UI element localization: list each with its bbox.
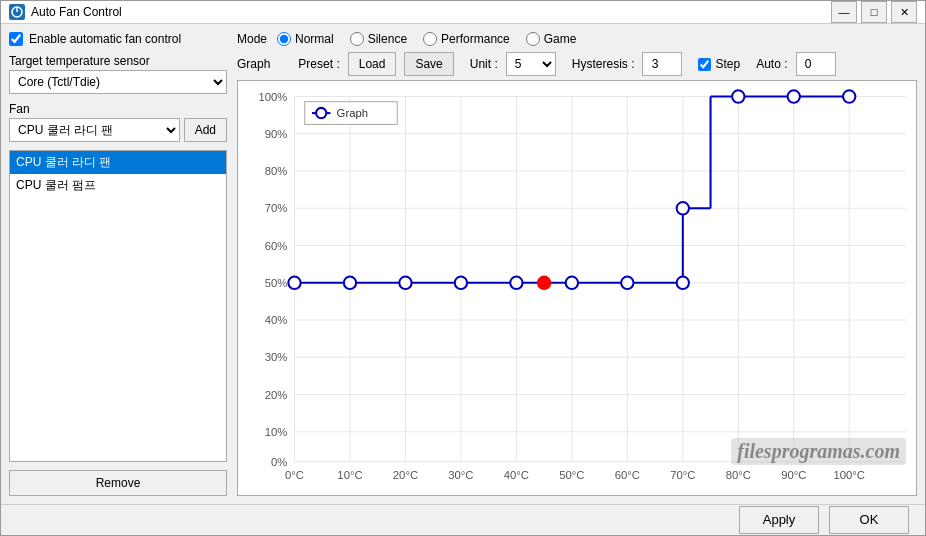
fan-label: Fan [9, 102, 227, 116]
svg-text:0%: 0% [271, 456, 287, 468]
svg-text:70°C: 70°C [670, 469, 695, 481]
enable-fan-row: Enable automatic fan control [9, 32, 227, 46]
mode-label: Mode [237, 32, 267, 46]
svg-text:50%: 50% [265, 277, 288, 289]
fan-list-item[interactable]: CPU 쿨러 펌프 [10, 174, 226, 197]
svg-text:20°C: 20°C [393, 469, 418, 481]
svg-point-57 [621, 277, 633, 289]
fan-section: Fan CPU 쿨러 라디 팬 Add [9, 102, 227, 142]
fan-list-item[interactable]: CPU 쿨러 라디 팬 [10, 151, 226, 174]
mode-section: Mode Normal Silence Performance [237, 32, 917, 46]
mode-silence-label: Silence [368, 32, 407, 46]
svg-text:90°C: 90°C [781, 469, 806, 481]
svg-text:20%: 20% [265, 389, 288, 401]
svg-text:100%: 100% [258, 91, 287, 103]
unit-select[interactable]: 5 10 [506, 52, 556, 76]
apply-button[interactable]: Apply [739, 506, 819, 534]
step-checkbox-label[interactable]: Step [698, 57, 740, 71]
fan-list[interactable]: CPU 쿨러 라디 팬 CPU 쿨러 펌프 [9, 150, 227, 462]
mode-normal-label: Normal [295, 32, 334, 46]
temp-sensor-label: Target temperature sensor [9, 54, 227, 68]
save-button[interactable]: Save [404, 52, 453, 76]
svg-text:80°C: 80°C [726, 469, 751, 481]
ok-button[interactable]: OK [829, 506, 909, 534]
main-content: Enable automatic fan control Target temp… [1, 24, 925, 504]
svg-text:30°C: 30°C [448, 469, 473, 481]
svg-text:50°C: 50°C [559, 469, 584, 481]
svg-point-61 [788, 90, 800, 102]
window-title: Auto Fan Control [31, 5, 831, 19]
svg-point-60 [732, 90, 744, 102]
auto-input[interactable] [796, 52, 836, 76]
left-panel: Enable automatic fan control Target temp… [9, 32, 227, 496]
mode-performance-label: Performance [441, 32, 510, 46]
mode-performance[interactable]: Performance [423, 32, 510, 46]
mode-game[interactable]: Game [526, 32, 577, 46]
svg-point-54 [510, 277, 522, 289]
svg-text:30%: 30% [265, 351, 288, 363]
remove-fan-button[interactable]: Remove [9, 470, 227, 496]
svg-rect-2 [238, 81, 916, 495]
mode-game-label: Game [544, 32, 577, 46]
graph-area[interactable]: 100% 90% 80% 70% 60% 50% 40% 30% 20% 10%… [237, 80, 917, 496]
step-checkbox[interactable] [698, 58, 711, 71]
mode-normal-radio[interactable] [277, 32, 291, 46]
svg-text:70%: 70% [265, 202, 288, 214]
svg-text:10%: 10% [265, 426, 288, 438]
svg-point-55 [538, 277, 550, 289]
enable-fan-checkbox[interactable] [9, 32, 23, 46]
minimize-button[interactable]: — [831, 1, 857, 23]
svg-point-51 [344, 277, 356, 289]
svg-text:0°C: 0°C [285, 469, 304, 481]
hysteresis-input[interactable] [642, 52, 682, 76]
add-fan-button[interactable]: Add [184, 118, 227, 142]
mode-silence[interactable]: Silence [350, 32, 407, 46]
titlebar: Auto Fan Control — □ ✕ [1, 1, 925, 24]
hysteresis-label: Hysteresis : [572, 57, 635, 71]
graph-controls: Graph Preset : Load Save Unit : 5 10 Hys… [237, 52, 917, 76]
svg-point-50 [288, 277, 300, 289]
window-controls: — □ ✕ [831, 1, 917, 23]
svg-text:90%: 90% [265, 128, 288, 140]
mode-performance-radio[interactable] [423, 32, 437, 46]
load-button[interactable]: Load [348, 52, 397, 76]
close-button[interactable]: ✕ [891, 1, 917, 23]
app-icon [9, 4, 25, 20]
svg-text:100°C: 100°C [833, 469, 865, 481]
svg-point-52 [399, 277, 411, 289]
svg-text:60%: 60% [265, 240, 288, 252]
auto-label: Auto : [756, 57, 787, 71]
graph-svg: 100% 90% 80% 70% 60% 50% 40% 30% 20% 10%… [238, 81, 916, 495]
svg-point-53 [455, 277, 467, 289]
svg-text:40%: 40% [265, 314, 288, 326]
graph-label: Graph [237, 57, 270, 71]
mode-radio-group: Normal Silence Performance Game [277, 32, 576, 46]
svg-point-62 [843, 90, 855, 102]
maximize-button[interactable]: □ [861, 1, 887, 23]
right-panel: Mode Normal Silence Performance [237, 32, 917, 496]
mode-game-radio[interactable] [526, 32, 540, 46]
unit-label: Unit : [470, 57, 498, 71]
step-label: Step [715, 57, 740, 71]
mode-normal[interactable]: Normal [277, 32, 334, 46]
fan-select[interactable]: CPU 쿨러 라디 팬 [9, 118, 180, 142]
svg-text:80%: 80% [265, 165, 288, 177]
svg-point-56 [566, 277, 578, 289]
main-window: Auto Fan Control — □ ✕ Enable automatic … [0, 0, 926, 536]
svg-point-59 [677, 202, 689, 214]
svg-text:10°C: 10°C [337, 469, 362, 481]
svg-text:Graph: Graph [337, 107, 368, 119]
fan-row: CPU 쿨러 라디 팬 Add [9, 118, 227, 142]
enable-fan-label: Enable automatic fan control [29, 32, 181, 46]
svg-text:40°C: 40°C [504, 469, 529, 481]
mode-silence-radio[interactable] [350, 32, 364, 46]
svg-point-58 [677, 277, 689, 289]
svg-point-65 [316, 108, 326, 118]
bottom-bar: Apply OK [1, 504, 925, 535]
preset-label: Preset : [298, 57, 339, 71]
svg-text:60°C: 60°C [615, 469, 640, 481]
temp-sensor-section: Target temperature sensor Core (Tctl/Tdi… [9, 54, 227, 94]
temp-sensor-select[interactable]: Core (Tctl/Tdie) [9, 70, 227, 94]
watermark: filesprogramas.com [731, 438, 906, 465]
